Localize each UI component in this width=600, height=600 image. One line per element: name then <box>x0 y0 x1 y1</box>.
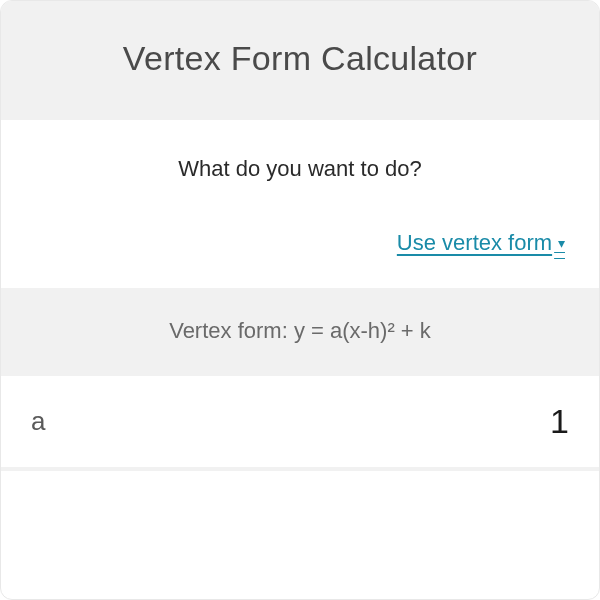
formula-text: Vertex form: y = a(x-h)² + k <box>21 318 579 344</box>
question-section: What do you want to do? Use vertex form … <box>1 120 599 288</box>
chevron-down-icon: ▾ <box>554 235 565 251</box>
formula-section: Vertex form: y = a(x-h)² + k <box>1 288 599 376</box>
mode-dropdown[interactable]: Use vertex form ▾ <box>397 230 565 256</box>
dropdown-selected-text: Use vertex form <box>397 230 552 256</box>
input-field-a[interactable] <box>369 402 569 441</box>
calculator-container: Vertex Form Calculator What do you want … <box>0 0 600 600</box>
input-row-a: a <box>1 376 599 471</box>
header: Vertex Form Calculator <box>1 1 599 120</box>
dropdown-wrapper: Use vertex form ▾ <box>31 230 569 256</box>
page-title: Vertex Form Calculator <box>21 39 579 78</box>
input-label-a: a <box>31 406 45 437</box>
question-label: What do you want to do? <box>31 156 569 182</box>
